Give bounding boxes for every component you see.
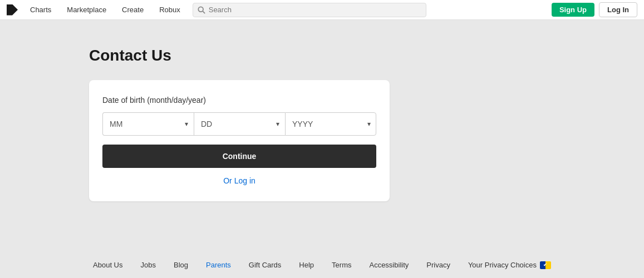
month-select[interactable]: MM: [102, 112, 194, 136]
nav-item-robux[interactable]: Robux: [151, 0, 188, 20]
or-login-link[interactable]: Or Log in: [223, 176, 255, 185]
year-select[interactable]: YYYY: [285, 112, 376, 136]
footer-link-gift-cards[interactable]: Gift Cards: [240, 261, 291, 269]
nav-links: Charts Marketplace Create Robux: [22, 0, 188, 20]
footer-link-help[interactable]: Help: [290, 261, 323, 269]
main-content: Contact Us Date of birth (month/day/year…: [0, 20, 644, 201]
search-input[interactable]: [209, 6, 421, 14]
footer-link-jobs[interactable]: Jobs: [132, 261, 165, 269]
footer-link-about-us[interactable]: About Us: [84, 261, 131, 269]
dob-label: Date of birth (month/day/year): [102, 96, 376, 105]
nav-item-create[interactable]: Create: [114, 0, 151, 20]
search-bar[interactable]: [193, 3, 426, 17]
nav-item-charts[interactable]: Charts: [22, 0, 59, 20]
search-icon: [198, 6, 205, 14]
footer: About Us Jobs Blog Parents Gift Cards He…: [0, 251, 644, 278]
day-select[interactable]: DD: [194, 112, 285, 136]
footer-link-accessibility[interactable]: Accessibility: [360, 261, 417, 269]
footer-link-blog[interactable]: Blog: [165, 261, 197, 269]
contact-card: Date of birth (month/day/year) MM ▾ DD ▾…: [89, 80, 390, 201]
footer-link-terms[interactable]: Terms: [323, 261, 360, 269]
continue-button[interactable]: Continue: [102, 145, 376, 168]
privacy-icon: ✔: [540, 261, 551, 269]
signup-button[interactable]: Sign Up: [552, 3, 594, 17]
nav-auth-buttons: Sign Up Log In: [552, 2, 637, 17]
navigation: Charts Marketplace Create Robux Sign Up …: [0, 0, 644, 20]
svg-point-0: [198, 7, 203, 12]
day-select-wrapper: DD ▾: [194, 112, 285, 136]
year-select-wrapper: YYYY ▾: [285, 112, 376, 136]
footer-link-parents[interactable]: Parents: [197, 261, 240, 269]
dob-selects: MM ▾ DD ▾ YYYY ▾: [102, 112, 376, 136]
footer-link-privacy[interactable]: Privacy: [417, 261, 459, 269]
roblox-logo[interactable]: [7, 4, 18, 16]
login-button[interactable]: Log In: [599, 2, 637, 17]
page-title: Contact Us: [89, 47, 644, 64]
nav-item-marketplace[interactable]: Marketplace: [59, 0, 114, 20]
footer-link-privacy-choices[interactable]: Your Privacy Choices ✔: [459, 261, 560, 269]
month-select-wrapper: MM ▾: [102, 112, 194, 136]
privacy-choices-badge: Your Privacy Choices ✔: [468, 261, 551, 269]
svg-line-1: [203, 11, 205, 13]
